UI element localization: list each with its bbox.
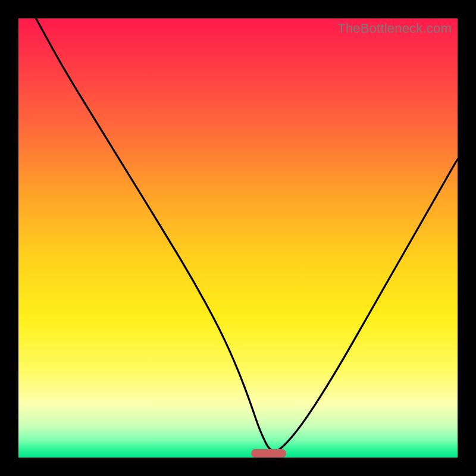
curve-path: [36, 18, 458, 452]
optimum-marker: [251, 449, 286, 458]
chart-frame: TheBottleneck.com: [0, 0, 476, 476]
bottleneck-curve: [18, 18, 458, 458]
plot-area: TheBottleneck.com: [18, 18, 458, 458]
